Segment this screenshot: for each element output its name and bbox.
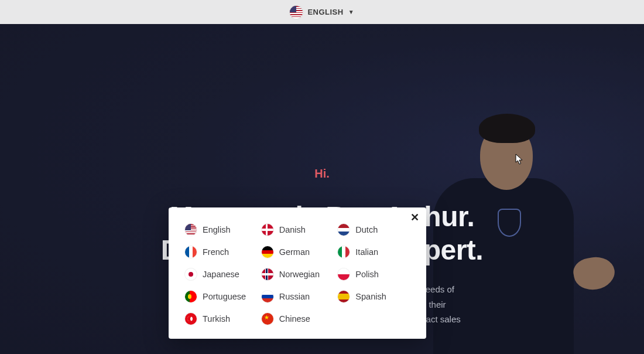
chevron-down-icon: ▼ bbox=[348, 9, 354, 15]
language-option-chinese[interactable]: Chinese bbox=[262, 313, 334, 325]
language-label: French bbox=[203, 247, 229, 257]
language-label: Norwegian bbox=[279, 270, 320, 279]
flag-icon bbox=[338, 291, 350, 302]
flag-icon bbox=[262, 291, 273, 302]
language-option-dutch[interactable]: Dutch bbox=[338, 224, 410, 236]
language-grid: EnglishDanishDutchFrenchGermanItalianJap… bbox=[185, 224, 410, 325]
hero-greeting: Hi. bbox=[0, 167, 644, 181]
language-option-danish[interactable]: Danish bbox=[262, 224, 334, 236]
language-label: Turkish bbox=[203, 314, 230, 324]
language-label: Portuguese bbox=[203, 292, 246, 301]
flag-icon bbox=[185, 246, 197, 258]
language-selector[interactable]: ENGLISH ▼ bbox=[285, 4, 358, 21]
flag-icon bbox=[262, 246, 273, 258]
language-label: German bbox=[279, 247, 310, 257]
flag-icon bbox=[338, 224, 350, 236]
language-label: Japanese bbox=[203, 270, 239, 279]
topbar: ENGLISH ▼ bbox=[0, 0, 644, 24]
language-label: Russian bbox=[279, 292, 310, 301]
flag-icon bbox=[290, 6, 303, 19]
language-label: English bbox=[203, 225, 231, 234]
language-option-spanish[interactable]: Spanish bbox=[338, 291, 410, 302]
language-label: Polish bbox=[355, 270, 379, 279]
language-option-japanese[interactable]: Japanese bbox=[185, 268, 257, 280]
flag-icon bbox=[185, 268, 197, 280]
language-label: Spanish bbox=[355, 292, 386, 301]
language-label: Danish bbox=[279, 225, 306, 234]
language-label: Italian bbox=[355, 247, 378, 257]
language-label: Dutch bbox=[355, 225, 378, 234]
language-option-german[interactable]: German bbox=[262, 246, 334, 258]
flag-icon bbox=[185, 291, 197, 302]
flag-icon bbox=[262, 268, 273, 280]
language-option-portuguese[interactable]: Portuguese bbox=[185, 291, 257, 302]
language-option-english[interactable]: English bbox=[185, 224, 257, 236]
flag-icon bbox=[262, 313, 273, 325]
current-language-label: ENGLISH bbox=[307, 8, 343, 16]
language-option-polish[interactable]: Polish bbox=[338, 268, 410, 280]
language-option-italian[interactable]: Italian bbox=[338, 246, 410, 258]
language-option-russian[interactable]: Russian bbox=[262, 291, 334, 302]
close-button[interactable]: ✕ bbox=[410, 212, 419, 223]
flag-icon bbox=[185, 313, 197, 325]
language-option-norwegian[interactable]: Norwegian bbox=[262, 268, 334, 280]
language-popup: ✕ EnglishDanishDutchFrenchGermanItalianJ… bbox=[169, 207, 426, 339]
language-label: Chinese bbox=[279, 314, 310, 324]
flag-icon bbox=[338, 246, 350, 258]
flag-icon bbox=[338, 268, 350, 280]
close-icon: ✕ bbox=[410, 212, 419, 223]
flag-icon bbox=[185, 224, 197, 236]
language-option-turkish[interactable]: Turkish bbox=[185, 313, 257, 325]
language-option-french[interactable]: French bbox=[185, 246, 257, 258]
flag-icon bbox=[262, 224, 273, 236]
